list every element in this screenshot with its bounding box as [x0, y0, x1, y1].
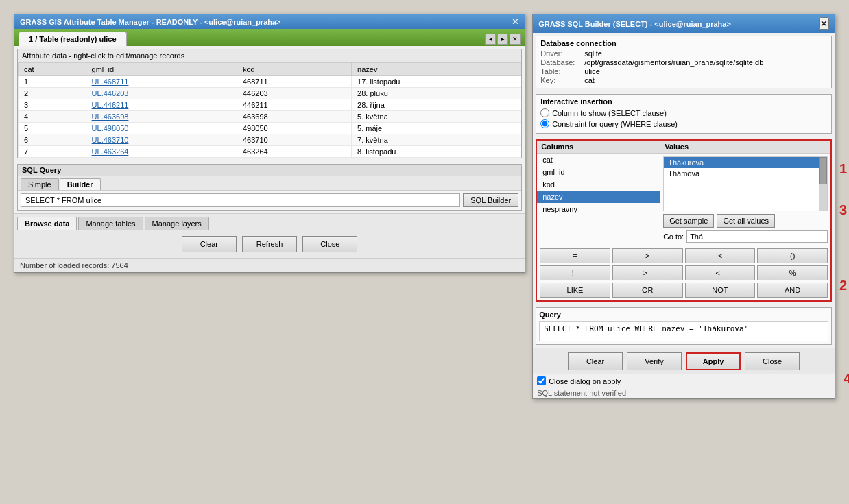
- operator-button-not[interactable]: NOT: [685, 283, 756, 298]
- goto-input[interactable]: [686, 230, 828, 243]
- sql-tab-simple[interactable]: Simple: [21, 178, 59, 190]
- db-key-row: Key: cat: [540, 76, 827, 84]
- values-buttons: Get sample Get all values: [660, 214, 830, 230]
- nav-prev[interactable]: ◂: [485, 34, 496, 45]
- columns-panel: Columns catgml_idkodnazevnespravny: [537, 141, 660, 245]
- table-row[interactable]: 4UL.4636984636985. května: [19, 111, 521, 123]
- operator-button-[interactable]: !=: [540, 265, 610, 280]
- goto-row: Go to:: [660, 230, 830, 245]
- cell-cat: 5: [19, 123, 86, 134]
- values-scrollbar-thumb[interactable]: [819, 157, 827, 184]
- nav-next[interactable]: ▸: [497, 34, 508, 45]
- table-row[interactable]: 5UL.4980504980505. máje: [19, 123, 521, 134]
- tab-manage-tables[interactable]: Manage tables: [78, 217, 143, 230]
- query-section: Query SELECT * FROM ulice WHERE nazev = …: [536, 307, 832, 345]
- operator-button-like[interactable]: LIKE: [540, 283, 610, 298]
- tab-manage-layers[interactable]: Manage layers: [145, 217, 209, 230]
- values-title: Values: [660, 141, 830, 154]
- tab-browse-data[interactable]: Browse data: [17, 217, 77, 230]
- cell-cat: 1: [19, 76, 86, 88]
- table-row[interactable]: 2UL.44620344620328. pluku: [19, 88, 521, 99]
- column-item-kod[interactable]: kod: [537, 178, 660, 191]
- cell-cat: 4: [19, 111, 86, 123]
- table-tab[interactable]: 1 / Table (readonly) ulice: [19, 32, 127, 46]
- values-panel: Values ThákurovaThámova Get sample Get a…: [660, 141, 830, 245]
- right-bottom-buttons: Clear Verify Apply Close: [533, 348, 835, 374]
- label-1: 1: [839, 161, 847, 177]
- refresh-button[interactable]: Refresh: [242, 236, 298, 252]
- operator-button-[interactable]: =: [540, 248, 610, 263]
- builder-inner: Columns catgml_idkodnazevnespravny Value…: [537, 141, 830, 245]
- label-4: 4: [844, 371, 849, 387]
- nav-close-tab[interactable]: ✕: [510, 34, 521, 45]
- right-clear-button[interactable]: Clear: [568, 352, 623, 370]
- radio-where-input[interactable]: [540, 119, 549, 128]
- cell-gml_id: UL.498050: [86, 123, 237, 134]
- operator-button-[interactable]: <=: [685, 265, 756, 280]
- attribute-table-window: GRASS GIS Attribute Table Manager - READ…: [14, 14, 525, 273]
- operator-button-[interactable]: %: [757, 265, 828, 280]
- apply-button[interactable]: Apply: [686, 352, 741, 370]
- cell-cat: 6: [19, 134, 86, 146]
- sql-query-input[interactable]: [21, 193, 460, 207]
- left-close-button[interactable]: ✕: [512, 17, 519, 26]
- sql-tab-builder[interactable]: Builder: [60, 178, 101, 190]
- right-close-button[interactable]: ✕: [819, 17, 829, 30]
- query-title: Query: [539, 311, 828, 319]
- get-sample-button[interactable]: Get sample: [663, 214, 714, 228]
- radio-select-clause: Column to show (SELECT clause): [540, 108, 827, 117]
- operator-button-and[interactable]: AND: [757, 283, 828, 298]
- column-item-gml_id[interactable]: gml_id: [537, 166, 660, 178]
- operator-button-[interactable]: >=: [612, 265, 683, 280]
- sql-input-row: SQL Builder: [18, 191, 521, 210]
- table-row[interactable]: 6UL.4637104637107. května: [19, 134, 521, 146]
- table-row[interactable]: 1UL.46871146871117. listopadu: [19, 76, 521, 88]
- right-titlebar: GRASS SQL Builder (SELECT) - <ulice@ruia…: [533, 14, 835, 33]
- operator-button-[interactable]: (): [757, 248, 828, 263]
- operator-button-[interactable]: >: [612, 248, 683, 263]
- cell-kod: 463264: [237, 146, 351, 158]
- attribute-table: cat gml_id kod nazev 1UL.46871146871117.…: [18, 62, 521, 158]
- column-item-cat[interactable]: cat: [537, 154, 660, 166]
- cell-kod: 498050: [237, 123, 351, 134]
- table-row[interactable]: 3UL.44621144621128. října: [19, 99, 521, 111]
- cell-gml_id: UL.463698: [86, 111, 237, 123]
- values-list-items: ThákurovaThámova: [664, 157, 827, 179]
- cell-nazev: 5. května: [352, 111, 521, 123]
- values-scrollbar[interactable]: [819, 157, 827, 211]
- column-item-nazev[interactable]: nazev: [537, 191, 660, 203]
- cell-cat: 3: [19, 99, 86, 111]
- close-on-apply-checkbox[interactable]: [537, 376, 546, 385]
- operators-grid: =><()!=>=<=%LIKEORNOTAND: [537, 245, 830, 300]
- cell-gml_id: UL.468711: [86, 76, 237, 88]
- cell-gml_id: UL.463264: [86, 146, 237, 158]
- checkbox-row: Close dialog on apply: [533, 374, 835, 387]
- cell-nazev: 7. května: [352, 134, 521, 146]
- clear-button[interactable]: Clear: [182, 236, 237, 252]
- radio-select-input[interactable]: [540, 108, 549, 117]
- values-list[interactable]: ThákurovaThámova: [663, 156, 828, 211]
- sql-status-text: SQL statement not verified: [533, 387, 835, 398]
- value-item[interactable]: Thámova: [664, 168, 827, 179]
- value-item[interactable]: Thákurova: [664, 157, 827, 168]
- label-2: 2: [839, 278, 847, 293]
- close-button[interactable]: Close: [302, 236, 357, 252]
- verify-button[interactable]: Verify: [627, 352, 682, 370]
- cell-gml_id: UL.463710: [86, 134, 237, 146]
- cell-kod: 463710: [237, 134, 351, 146]
- col-gml_id: gml_id: [86, 63, 237, 76]
- get-all-values-button[interactable]: Get all values: [717, 214, 775, 228]
- insertion-section: Interactive insertion Column to show (SE…: [536, 94, 832, 134]
- table-row[interactable]: 7UL.4632644632648. listopadu: [19, 146, 521, 158]
- operator-button-or[interactable]: OR: [612, 283, 683, 298]
- operator-button-[interactable]: <: [685, 248, 756, 263]
- column-item-nespravny[interactable]: nespravny: [537, 203, 660, 215]
- sql-header: SQL Query: [18, 165, 521, 176]
- right-title: GRASS SQL Builder (SELECT) - <ulice@ruia…: [538, 20, 731, 28]
- query-text: SELECT * FROM ulice WHERE nazev = 'Tháku…: [539, 321, 828, 341]
- db-connection-title: Database connection: [540, 39, 827, 47]
- sql-builder-button[interactable]: SQL Builder: [463, 193, 518, 207]
- table-scroll[interactable]: cat gml_id kod nazev 1UL.46871146871117.…: [18, 62, 521, 158]
- right-close-btn[interactable]: Close: [745, 352, 800, 370]
- tab-strip: 1 / Table (readonly) ulice ◂ ▸ ✕: [14, 29, 525, 46]
